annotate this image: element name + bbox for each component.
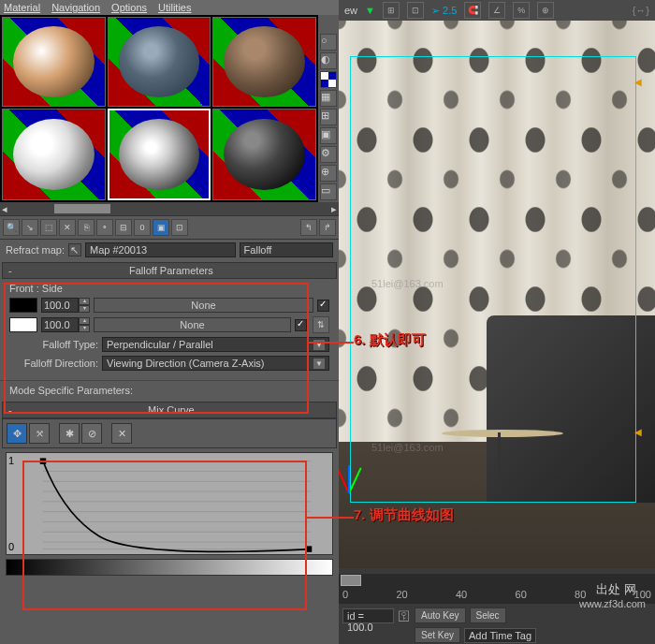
move-tool-icon[interactable]: ✥ xyxy=(7,423,27,444)
show-in-viewport-icon[interactable]: ▣ xyxy=(153,219,169,236)
side-tool-slots[interactable]: ▭ xyxy=(320,183,337,200)
scale-tool-icon[interactable]: ⤧ xyxy=(29,423,50,444)
map-2-button[interactable]: None xyxy=(94,317,291,332)
color-swatch-1[interactable] xyxy=(9,298,37,313)
go-parent-icon[interactable]: ↰ xyxy=(300,219,317,236)
snap-icon[interactable]: ⊞ xyxy=(383,2,400,19)
mix-curve-header[interactable]: - Mix Curve xyxy=(2,402,337,418)
go-forward-icon[interactable]: ↱ xyxy=(319,219,336,236)
axis-marker-icon: ◀ xyxy=(634,77,642,87)
front-side-label: Front : Side xyxy=(9,283,329,294)
value-2-input[interactable] xyxy=(41,317,79,332)
map-1-button[interactable]: None xyxy=(94,298,313,313)
mode-specific-label: Mode Specific Parameters: xyxy=(0,380,339,400)
side-tool-sample[interactable]: ○ xyxy=(320,34,337,51)
material-scrollbar[interactable]: ◂▸ xyxy=(0,202,339,215)
material-toolbar: 🔍 ↘ ⬚ ✕ ⎘ ∘ ⊟ 0 ▣ ⊡ ↰ ↱ xyxy=(0,215,339,240)
map-2-enable[interactable] xyxy=(295,319,307,331)
material-slot-4[interactable] xyxy=(2,109,106,200)
svg-rect-11 xyxy=(306,546,312,551)
side-tool-light[interactable]: ◐ xyxy=(320,52,337,69)
svg-rect-10 xyxy=(40,458,46,463)
side-tool-options[interactable]: ⚙ xyxy=(320,146,337,163)
angle-snap-icon[interactable]: ∠ xyxy=(488,2,505,19)
menu-utilities[interactable]: Utilities xyxy=(158,2,191,13)
value-1-spinner[interactable]: ▴▾ xyxy=(41,298,90,313)
reset-icon[interactable]: ✕ xyxy=(59,219,76,236)
snap2-icon[interactable]: ⊡ xyxy=(407,2,424,19)
put-to-lib-icon[interactable]: ⊟ xyxy=(115,219,132,236)
delete-point-icon[interactable]: ⊘ xyxy=(81,423,102,444)
menu-options[interactable]: Options xyxy=(111,2,147,13)
curve-toolbar: ✥ ⤧ ✱ ⊘ ✕ xyxy=(2,418,337,448)
time-marker[interactable] xyxy=(341,575,361,586)
percent-snap-icon[interactable]: % xyxy=(513,2,530,19)
side-tool-repeat[interactable]: ⊞ xyxy=(320,109,337,125)
setkey-button[interactable]: Set Key xyxy=(415,627,460,643)
material-id-icon[interactable]: 0 xyxy=(134,219,151,236)
color-swatch-2[interactable] xyxy=(9,317,37,332)
reset-curve-icon[interactable]: ✕ xyxy=(111,423,132,444)
falloff-dir-label: Falloff Direction: xyxy=(9,358,98,369)
put-to-scene-icon[interactable]: ↘ xyxy=(22,219,38,236)
key-icon: ⚿ xyxy=(398,608,411,623)
map-1-enable[interactable] xyxy=(317,300,329,312)
map-type-field[interactable]: Falloff xyxy=(240,242,333,257)
add-point-icon[interactable]: ✱ xyxy=(59,423,80,444)
spinner-snap-icon[interactable]: ⊕ xyxy=(537,2,554,19)
material-slot-6[interactable] xyxy=(212,109,316,200)
magnet-icon[interactable]: 🧲 xyxy=(464,2,481,19)
make-copy-icon[interactable]: ⎘ xyxy=(78,219,95,236)
assign-icon[interactable]: ⬚ xyxy=(40,219,57,236)
addtag-field[interactable]: Add Time Tag xyxy=(464,628,536,643)
material-slot-2[interactable] xyxy=(108,17,211,107)
viewport-toolbar: ew ▼ ⊞ ⊡ ➢ 2.5 🧲 ∠ % ⊕ {↔} xyxy=(339,0,655,21)
value-1-input[interactable] xyxy=(41,298,79,313)
time-ruler[interactable]: 020406080100 xyxy=(339,587,655,604)
axis-marker-icon: ◀ xyxy=(634,427,642,437)
safe-frame xyxy=(350,56,636,503)
time-scrubber[interactable] xyxy=(339,574,655,587)
falloff-type-label: Falloff Type: xyxy=(9,339,98,350)
falloff-params-header[interactable]: - Falloff Parameters xyxy=(2,262,337,279)
side-tool-video[interactable]: ▣ xyxy=(320,127,337,144)
curve-editor[interactable]: 1 0 xyxy=(6,452,333,555)
view-label: ew xyxy=(344,5,357,16)
side-toolbar: ○ ◐ ▦ ⊞ ▣ ⚙ ⊕ ▭ xyxy=(318,32,339,202)
material-slot-1[interactable] xyxy=(2,17,106,107)
menu-navigation[interactable]: Navigation xyxy=(51,2,100,13)
pick-icon[interactable]: ↖ xyxy=(68,243,81,256)
value-2-spinner[interactable]: ▴▾ xyxy=(41,317,90,332)
timeline: 020406080100 id = 100.0 ⚿ Auto Key Selec… xyxy=(339,574,655,644)
falloff-dir-dropdown[interactable]: Viewing Direction (Camera Z-Axis) xyxy=(102,356,329,371)
material-slot-5[interactable] xyxy=(108,109,211,200)
viewport[interactable]: ◀ ◀ 51lei@163.com 51lei@163.com xyxy=(339,21,655,568)
side-tool-magnify[interactable]: ⊕ xyxy=(320,165,337,182)
refract-map-row: Refract map: ↖ Map #20013 Falloff xyxy=(0,240,339,260)
grid-field[interactable]: id = 100.0 xyxy=(342,608,394,623)
make-unique-icon[interactable]: ∘ xyxy=(96,219,113,236)
get-material-icon[interactable]: 🔍 xyxy=(3,219,20,236)
selected-button[interactable]: Selec xyxy=(470,607,506,623)
swap-icon[interactable]: ⇅ xyxy=(313,316,329,333)
side-tool-backlight[interactable]: ▦ xyxy=(320,90,337,107)
output-gradient xyxy=(6,559,333,576)
material-slots xyxy=(0,15,318,202)
refract-label: Refract map: xyxy=(6,244,65,256)
autokey-button[interactable]: Auto Key xyxy=(415,607,466,623)
menu-material[interactable]: Material xyxy=(4,2,40,13)
map-name-field[interactable]: Map #20013 xyxy=(85,242,236,257)
falloff-type-dropdown[interactable]: Perpendicular / Parallel xyxy=(102,337,329,352)
side-tool-bg[interactable] xyxy=(320,71,337,88)
show-end-result-icon[interactable]: ⊡ xyxy=(171,219,188,236)
material-slot-3[interactable] xyxy=(212,17,316,107)
menu-bar: Material Navigation Options Utilities xyxy=(0,0,339,15)
